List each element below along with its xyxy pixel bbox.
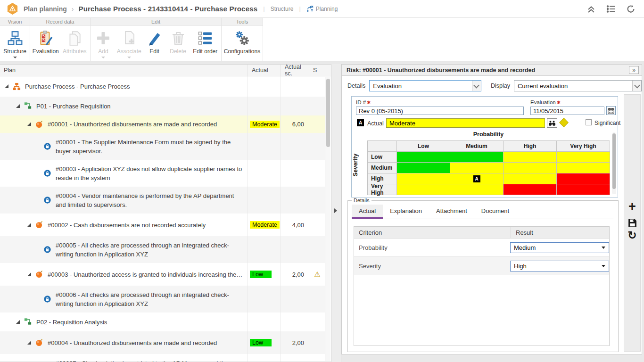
- calendar-button[interactable]: [606, 106, 616, 115]
- nav-planning[interactable]: Planning: [306, 5, 338, 12]
- refresh-evaluation-button[interactable]: ↻: [626, 229, 638, 241]
- app-logo-icon: [6, 2, 19, 15]
- matrix-cell[interactable]: [504, 173, 557, 184]
- risk-icon: [35, 120, 44, 129]
- expand-toggle-icon[interactable]: [27, 122, 32, 126]
- column-header-actual[interactable]: Actual: [248, 65, 281, 76]
- structure-icon: [7, 29, 23, 47]
- column-header-plan[interactable]: Plan: [0, 65, 248, 76]
- matrix-cell[interactable]: [504, 163, 557, 173]
- expand-panel-button[interactable]: »: [629, 66, 639, 74]
- expand-toggle-icon[interactable]: [27, 341, 32, 345]
- tree-row[interactable]: #00001 - The Supplier Maintenance Form m…: [0, 133, 325, 160]
- configurations-button[interactable]: Configurations: [223, 28, 262, 60]
- expand-toggle-icon[interactable]: [27, 272, 32, 277]
- plan-cell: #00001 - The Supplier Maintenance Form m…: [0, 133, 248, 160]
- associate-button[interactable]: Associate: [115, 28, 143, 60]
- panel-splitter[interactable]: [331, 64, 341, 362]
- evaluation-date-field[interactable]: 11/05/2015: [530, 107, 604, 115]
- expand-toggle-icon[interactable]: [5, 84, 9, 89]
- matrix-cell[interactable]: [450, 152, 504, 163]
- matrix-cell[interactable]: [397, 152, 450, 163]
- splitter-collapse-icon[interactable]: [334, 208, 337, 213]
- edit-button[interactable]: Edit: [143, 28, 166, 60]
- add-button[interactable]: Add: [91, 28, 115, 60]
- tree-row[interactable]: P01 - Purchase Requisition: [0, 97, 325, 115]
- matrix-cell[interactable]: [557, 173, 610, 184]
- node-label: #00006 - All checks are processed throug…: [56, 290, 244, 308]
- display-label: Display: [491, 82, 510, 89]
- matrix-cell[interactable]: [397, 173, 450, 184]
- matrix-scrollbar-thumb[interactable]: [612, 133, 616, 189]
- refresh-icon[interactable]: [626, 4, 636, 14]
- tree-row[interactable]: #00003 - Unauthorized access is granted …: [0, 263, 325, 286]
- tree-row[interactable]: #00007 - Check printing is restricted to…: [0, 354, 325, 362]
- matrix-scrollbar[interactable]: [612, 132, 616, 194]
- tab-explanation[interactable]: Explanation: [383, 205, 429, 219]
- matrix-cell[interactable]: [557, 163, 610, 173]
- save-button[interactable]: [626, 217, 638, 229]
- matrix-cell[interactable]: [504, 184, 557, 195]
- tree-row[interactable]: Purchase Process - Purchase Process: [0, 76, 325, 97]
- tree-row[interactable]: #00001 - Unauthorized disbursements are …: [0, 115, 325, 133]
- node-label: #00004 - Unauthorized disbursements are …: [48, 338, 217, 347]
- tab-actual[interactable]: Actual: [352, 205, 383, 219]
- s-cell: [309, 286, 325, 313]
- severity-result-select[interactable]: High: [510, 261, 609, 272]
- matrix-cell[interactable]: [557, 152, 610, 163]
- display-select[interactable]: Current evaluation: [514, 80, 642, 91]
- plan-cell: #00003 - Unauthorized access is granted …: [0, 263, 248, 286]
- tab-attachment[interactable]: Attachment: [429, 205, 474, 219]
- column-header-actual-score[interactable]: Actual sc.: [281, 65, 309, 76]
- search-binoculars-button[interactable]: [547, 118, 557, 128]
- expand-toggle-icon[interactable]: [16, 104, 20, 108]
- nav-structure[interactable]: Structure: [271, 6, 294, 12]
- actual-result-field[interactable]: Moderate: [386, 118, 545, 128]
- matrix-cell[interactable]: A: [450, 173, 504, 184]
- evaluation-button[interactable]: Evaluation: [31, 28, 60, 60]
- matrix-row-header: Very High: [368, 184, 397, 195]
- edit-order-button[interactable]: Edit order: [190, 28, 220, 60]
- delete-icon: [171, 29, 186, 47]
- node-label: #00003 - Unauthorized access is granted …: [48, 270, 244, 279]
- tree-row[interactable]: #00002 - Cash disbursements are not reco…: [0, 214, 325, 236]
- actual-cell: Moderate: [248, 214, 281, 236]
- tab-document[interactable]: Document: [474, 205, 516, 219]
- probability-result-select[interactable]: Medium: [510, 242, 609, 253]
- actual-score-cell: 2,00: [281, 263, 309, 286]
- matrix-cell[interactable]: [397, 184, 450, 195]
- significant-checkbox[interactable]: [586, 119, 592, 125]
- tree-row[interactable]: #00003 - Application XYZ does not allow …: [0, 160, 325, 187]
- matrix-cell[interactable]: [557, 184, 610, 195]
- matrix-cell[interactable]: [450, 184, 504, 195]
- tree-row[interactable]: #00004 - Vendor maintenance is performed…: [0, 187, 325, 214]
- node-label: P01 - Purchase Requisition: [36, 102, 111, 111]
- tree-scrollbar-thumb[interactable]: [326, 79, 330, 147]
- delete-button[interactable]: Delete: [166, 28, 190, 60]
- tree-row[interactable]: P02 - Requisition Analysis: [0, 313, 325, 331]
- matrix-cell[interactable]: [397, 163, 450, 173]
- list-menu-icon[interactable]: [606, 4, 616, 14]
- s-cell: [309, 313, 325, 331]
- structure-button[interactable]: Structure: [1, 28, 29, 60]
- tree-row[interactable]: #00004 - Unauthorized disbursements are …: [0, 331, 325, 354]
- id-field[interactable]: Rev 0 (05-2015): [356, 107, 524, 115]
- tree-scrollbar[interactable]: [325, 77, 330, 361]
- matrix-row-header: Low: [368, 152, 397, 163]
- column-header-s[interactable]: S: [309, 65, 325, 76]
- expand-toggle-icon[interactable]: [27, 223, 32, 227]
- details-select[interactable]: Evaluation: [369, 80, 481, 91]
- matrix-cell[interactable]: [504, 152, 557, 163]
- tree-row[interactable]: #00006 - All checks are processed throug…: [0, 286, 325, 313]
- ribbon-group-edit: Edit Add: [91, 18, 222, 61]
- collapse-all-icon[interactable]: [586, 4, 596, 14]
- ribbon-group-tools: Tools: [222, 18, 263, 61]
- attributes-button[interactable]: Attributes: [60, 28, 90, 60]
- add-evaluation-button[interactable]: +: [626, 200, 638, 213]
- matrix-cell[interactable]: [450, 163, 504, 173]
- breadcrumb[interactable]: Plan planning: [24, 5, 67, 13]
- tree-row[interactable]: #00005 - All checks are processed throug…: [0, 236, 325, 263]
- matrix-column-header: Very High: [557, 141, 610, 152]
- actual-badge: Low: [250, 339, 272, 346]
- expand-toggle-icon[interactable]: [16, 320, 20, 324]
